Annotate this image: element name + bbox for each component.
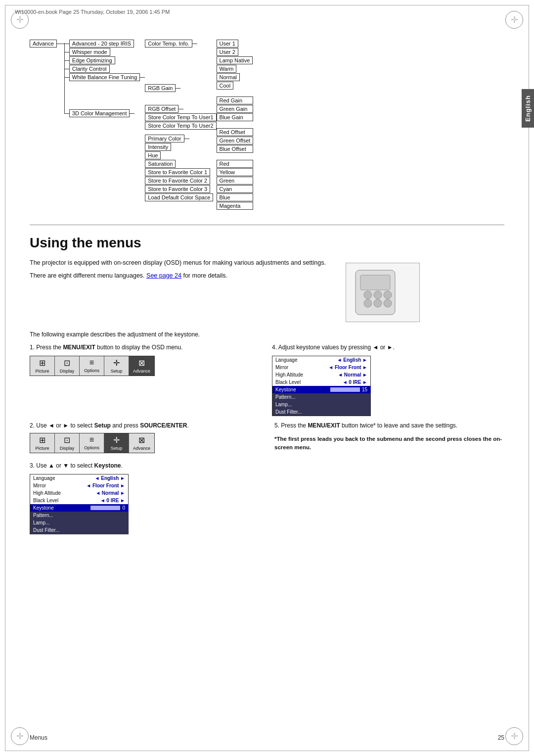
- svg-point-4: [384, 291, 392, 299]
- btn-label: Setup: [111, 446, 123, 451]
- item-red-gain: Red Gain: [217, 96, 254, 104]
- osd-row-pattern-l: Pattern...: [30, 512, 128, 519]
- item-load: Load Default Color Space: [145, 193, 213, 201]
- btn-label: Picture: [35, 369, 49, 374]
- note-text: *The first press leads you back to the s…: [274, 435, 504, 452]
- picture-icon: ⊞: [39, 358, 45, 368]
- picture-icon: ⊞: [39, 435, 45, 445]
- setup-icon: ✛: [113, 358, 120, 368]
- osd-label: Mirror: [275, 365, 288, 370]
- header-bar: Wi10000-en.book Page 25 Thursday, Octobe…: [15, 9, 519, 15]
- osd-row-lamp-r: Lamp...: [272, 401, 370, 408]
- tree-entry-balance: White Balance Fine Tuning: [64, 73, 145, 81]
- item-hue: Hue: [145, 151, 161, 159]
- item-red: Red: [217, 160, 254, 168]
- menu-btn-setup-2[interactable]: ✛ Setup: [104, 433, 129, 453]
- osd-row-mirror-r: Mirror ◄ Floor Front ►: [272, 364, 370, 371]
- menu-bar-1: ⊞ Picture ⊡ Display ≡ Options ✛ Setup ⊠: [30, 356, 155, 376]
- item-balance: White Balance Fine Tuning: [69, 73, 140, 81]
- h-line-r: [184, 139, 189, 139]
- menu-btn-advance-1[interactable]: ⊠ Advance: [129, 356, 154, 376]
- item-fav3: Store to Favorite Color 3: [145, 185, 210, 193]
- footer: Menus 25: [30, 734, 504, 741]
- step4-right: 4. Adjust keystone values by pressing ◄ …: [272, 343, 504, 416]
- entry-fav1: Store to Favorite Color 1: [145, 168, 216, 176]
- osd-label: Dust Filter...: [275, 409, 302, 415]
- item-rgb-gain: RGB Gain: [145, 84, 176, 92]
- tree-entry-clarity: Clarity Control: [64, 65, 145, 73]
- setup-icon: ✛: [113, 435, 120, 445]
- para1: The projector is equipped with on-screen…: [30, 258, 326, 268]
- page24-link[interactable]: See page 24: [146, 272, 181, 279]
- menu-btn-display-1[interactable]: ⊡ Display: [55, 356, 80, 376]
- spacer7: [217, 153, 254, 159]
- color-temp-sub: User 1 User 2 Lamp Native Warm Normal Co…: [217, 40, 254, 90]
- entry-normal: Normal: [217, 73, 254, 81]
- menu-btn-picture-1[interactable]: ⊞ Picture: [30, 356, 55, 376]
- osd-panel-left: Language ◄ English ► Mirror ◄ Floor Fron…: [30, 474, 129, 534]
- menu-btn-options-2[interactable]: ≡ Options: [80, 433, 104, 453]
- osd-row-altitude-r: High Altitude ◄ Normal ►: [272, 371, 370, 378]
- entry-user2: User 2: [217, 48, 254, 56]
- entry-primary: Primary Color: [145, 135, 216, 142]
- osd-label: Keystone: [33, 505, 54, 511]
- spacer4: [145, 130, 216, 134]
- item-intensity: Intensity: [145, 143, 171, 151]
- item-lamp-native: Lamp Native: [217, 56, 253, 64]
- osd-val: ◄ 0 IRE ►: [343, 379, 367, 385]
- osd-val: ◄ English ►: [95, 475, 125, 481]
- osd-row-lamp-l: Lamp...: [30, 519, 128, 526]
- para2: There are eight different menu languages…: [30, 271, 326, 281]
- item-normal: Normal: [217, 73, 240, 81]
- ks-val-l: 0: [122, 505, 125, 511]
- advance-label: Advance: [30, 40, 57, 47]
- osd-row-mirror-l: Mirror ◄ Floor Front ►: [30, 482, 128, 489]
- steps-2-5-row: 2. Use ◄ or ► to select Setup and press …: [30, 421, 504, 534]
- keystone-bar-l: [90, 506, 120, 510]
- osd-val: ◄ Floor Front ►: [86, 483, 125, 488]
- spacer3: [145, 93, 216, 104]
- menu-btn-picture-2[interactable]: ⊞ Picture: [30, 433, 55, 453]
- h-line-r: [178, 109, 183, 109]
- col1: Advance: [30, 40, 64, 47]
- header-text: Wi10000-en.book Page 25 Thursday, Octobe…: [15, 9, 170, 15]
- menu-btn-display-2[interactable]: ⊡ Display: [55, 433, 80, 453]
- osd-label: High Altitude: [275, 372, 303, 378]
- intro-text: The projector is equipped with on-screen…: [30, 258, 326, 322]
- entry-fav3: Store to Favorite Color 3: [145, 185, 216, 193]
- entry-cool: Cool: [217, 82, 254, 90]
- primary-sub: Red Yellow Green Cyan Blue Magenta: [217, 160, 254, 210]
- display-icon: ⊡: [64, 358, 70, 368]
- step5-col: 5. Press the MENU/EXIT button twice* to …: [274, 421, 504, 534]
- item-user2: User 2: [217, 48, 238, 56]
- osd-row-black-l: Black Level ◄ 0 IRE ►: [30, 497, 128, 504]
- h-line: [64, 52, 69, 52]
- options-icon: ≡: [89, 358, 94, 367]
- tree-entry-3d: 3D Color Management: [64, 109, 145, 117]
- h-line-r: [140, 77, 145, 78]
- item-blue: Blue: [217, 193, 254, 201]
- osd-label: High Altitude: [33, 490, 61, 496]
- item-3d: 3D Color Management: [69, 109, 130, 117]
- osd-label: Pattern...: [33, 513, 53, 518]
- item-fav1: Store to Favorite Color 1: [145, 168, 210, 176]
- entry-saturation: Saturation: [145, 160, 216, 168]
- item-magenta: Magenta: [217, 202, 254, 210]
- col3: Color Temp. Info. RGB Gain RGB Offset St…: [145, 40, 216, 201]
- menu-bar-2: ⊞ Picture ⊡ Display ≡ Options ✛ Setup ⊠: [30, 433, 155, 453]
- osd-row-pattern-r: Pattern...: [272, 393, 370, 401]
- menu-btn-setup-1[interactable]: ✛ Setup: [104, 356, 129, 376]
- english-tab: English: [522, 89, 534, 128]
- spacer2: [145, 48, 216, 84]
- menu-btn-advance-2[interactable]: ⊠ Advance: [129, 433, 154, 453]
- osd-val: ◄ English ►: [337, 357, 367, 363]
- intro-block: The projector is equipped with on-screen…: [30, 258, 504, 322]
- osd-row-keystone-l: Keystone 0: [30, 504, 128, 512]
- item-green-offset: Green Offset: [217, 137, 254, 144]
- osd-row-dust-l: Dust Filter...: [30, 526, 128, 534]
- menu-btn-options-1[interactable]: ≡ Options: [80, 356, 104, 376]
- btn-label: Display: [60, 446, 75, 451]
- entry-intensity: Intensity: [145, 143, 216, 151]
- step1-row: 1. Press the MENU/EXIT button to display…: [30, 343, 504, 416]
- svg-point-5: [364, 299, 372, 307]
